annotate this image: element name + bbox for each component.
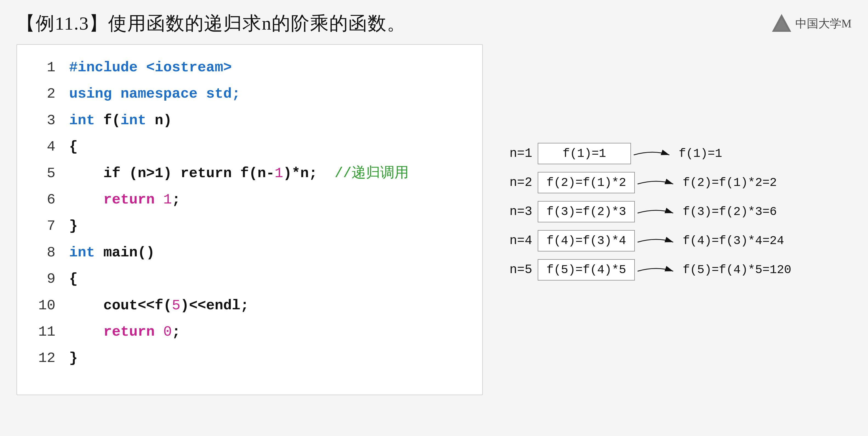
line-content: if (n>1) return f(n-1)*n; //递归调用 bbox=[69, 162, 409, 186]
logo-icon bbox=[771, 12, 793, 35]
line-content: } bbox=[69, 214, 78, 238]
diagram-panel: n=1f(1)=1f(1)=1n=2f(2)=f(1)*2f(2)=f(1)*2… bbox=[499, 44, 851, 288]
code-line: 2using namespace std; bbox=[33, 82, 466, 106]
logo-area: 中国大学M bbox=[771, 12, 851, 35]
result-label: f(3)=f(2)*3=6 bbox=[683, 205, 777, 219]
line-number: 11 bbox=[33, 320, 55, 344]
code-line: 6 return 1; bbox=[33, 188, 466, 212]
n-label: n=3 bbox=[499, 205, 532, 219]
line-number: 10 bbox=[33, 294, 55, 318]
result-label: f(2)=f(1)*2=2 bbox=[683, 176, 777, 190]
n-label: n=2 bbox=[499, 175, 532, 190]
line-number: 6 bbox=[33, 188, 55, 212]
code-line: 11 return 0; bbox=[33, 320, 466, 344]
line-content: { bbox=[69, 267, 78, 291]
code-line: 10 cout<<f(5)<<endl; bbox=[33, 294, 466, 318]
code-lines: 1#include <iostream>2using namespace std… bbox=[33, 56, 466, 371]
box-cell: f(5)=f(4)*5 bbox=[538, 259, 635, 280]
code-line: 9{ bbox=[33, 267, 466, 291]
line-number: 1 bbox=[33, 56, 55, 80]
code-line: 4{ bbox=[33, 135, 466, 159]
arrow-icon bbox=[635, 234, 679, 250]
line-content: return 1; bbox=[69, 188, 181, 212]
code-line: 1#include <iostream> bbox=[33, 56, 466, 80]
line-number: 12 bbox=[33, 346, 55, 370]
diagram-row: n=3f(3)=f(2)*3f(3)=f(2)*3=6 bbox=[499, 201, 792, 223]
n-label: n=5 bbox=[499, 263, 532, 277]
main-container: 【例11.3】使用函数的递归求n的阶乘的函数。 中国大学M 1#include … bbox=[0, 0, 868, 436]
line-content: #include <iostream> bbox=[69, 56, 232, 80]
box-cell: f(3)=f(2)*3 bbox=[538, 201, 635, 223]
diagram-container: n=1f(1)=1f(1)=1n=2f(2)=f(1)*2f(2)=f(1)*2… bbox=[499, 143, 851, 288]
code-line: 3int f(int n) bbox=[33, 109, 466, 133]
line-number: 9 bbox=[33, 267, 55, 291]
page-title: 【例11.3】使用函数的递归求n的阶乘的函数。 bbox=[17, 11, 406, 36]
line-content: { bbox=[69, 135, 78, 159]
box-cell: f(4)=f(3)*4 bbox=[538, 230, 635, 251]
arrow-icon bbox=[635, 205, 679, 221]
code-line: 7} bbox=[33, 214, 466, 238]
arrow-icon bbox=[635, 263, 679, 279]
n-label: n=4 bbox=[499, 234, 532, 248]
code-line: 12} bbox=[33, 346, 466, 370]
code-panel: 1#include <iostream>2using namespace std… bbox=[17, 44, 483, 395]
box-cell: f(2)=f(1)*2 bbox=[538, 172, 635, 193]
code-line: 8int main() bbox=[33, 241, 466, 265]
arrow-icon bbox=[635, 176, 679, 192]
line-number: 5 bbox=[33, 162, 55, 186]
title-bar: 【例11.3】使用函数的递归求n的阶乘的函数。 中国大学M bbox=[17, 11, 851, 36]
line-number: 7 bbox=[33, 214, 55, 238]
diagram-row: n=2f(2)=f(1)*2f(2)=f(1)*2=2 bbox=[499, 172, 792, 193]
diagram-row: n=1f(1)=1f(1)=1 bbox=[499, 143, 792, 164]
diagram-row: n=5f(5)=f(4)*5f(5)=f(4)*5=120 bbox=[499, 259, 792, 280]
line-content: using namespace std; bbox=[69, 82, 240, 106]
line-number: 8 bbox=[33, 241, 55, 265]
n-label: n=1 bbox=[499, 146, 532, 161]
result-label: f(1)=1 bbox=[679, 147, 722, 160]
code-line: 5 if (n>1) return f(n-1)*n; //递归调用 bbox=[33, 162, 466, 186]
logo-text: 中国大学M bbox=[795, 16, 851, 31]
line-content: int f(int n) bbox=[69, 109, 172, 133]
diagram-row: n=4f(4)=f(3)*4f(4)=f(3)*4=24 bbox=[499, 230, 792, 251]
result-label: f(5)=f(4)*5=120 bbox=[683, 263, 791, 277]
line-number: 4 bbox=[33, 135, 55, 159]
line-content: return 0; bbox=[69, 320, 181, 344]
arrow-icon bbox=[631, 147, 675, 163]
line-content: int main() bbox=[69, 241, 155, 265]
line-content: } bbox=[69, 346, 78, 370]
line-number: 3 bbox=[33, 109, 55, 133]
line-number: 2 bbox=[33, 82, 55, 106]
line-content: cout<<f(5)<<endl; bbox=[69, 294, 249, 318]
box-cell: f(1)=1 bbox=[538, 143, 631, 164]
result-label: f(4)=f(3)*4=24 bbox=[683, 234, 784, 247]
content-area: 1#include <iostream>2using namespace std… bbox=[17, 44, 851, 395]
